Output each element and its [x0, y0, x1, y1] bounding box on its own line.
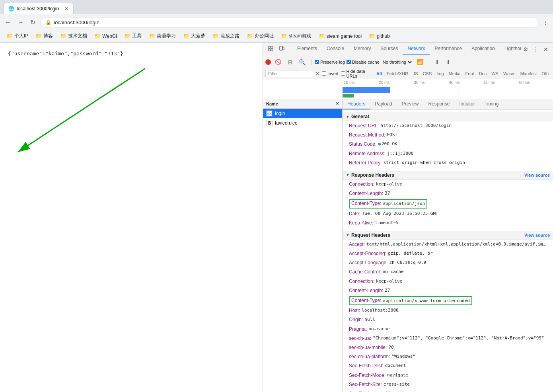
filter-button[interactable]: ⊟	[285, 57, 295, 67]
preserve-log-checkbox[interactable]	[315, 60, 319, 64]
inspect-element-button[interactable]	[265, 44, 276, 54]
tab-close-icon[interactable]: ✕	[64, 6, 68, 12]
close-devtools-button[interactable]: ✕	[541, 45, 551, 54]
preserve-log-text: Preserve log	[320, 60, 345, 64]
search-button[interactable]: 🔍	[296, 57, 308, 67]
remote-addr-value: [::1]:3000	[387, 150, 413, 158]
req-method-value: POST	[387, 131, 397, 139]
folder-icon: 📁	[124, 33, 130, 39]
throttle-select[interactable]: No throttling	[381, 59, 413, 65]
tab-network[interactable]: Network	[403, 43, 430, 55]
bookmark-label: 流放之路	[220, 33, 240, 39]
bookmark-office[interactable]: 📁 办公网址	[243, 31, 277, 41]
extensions-button[interactable]: ⋮	[541, 18, 550, 27]
folder-icon: 📁	[319, 33, 325, 39]
req-accept-row: Accept: text/html,application/xhtml+xml,…	[343, 240, 553, 249]
browser-tab[interactable]: 🌐 localhost:3000/login ✕	[3, 3, 74, 14]
disable-cache-checkbox[interactable]	[347, 60, 351, 64]
req-sec-ch-ua-platform-value: "Windows"	[391, 353, 415, 361]
bookmark-webgl[interactable]: 📁 WebGl	[91, 32, 120, 40]
response-headers-view-source[interactable]: View source	[524, 173, 550, 177]
file-item-favicon[interactable]: 🖼 favicon.ico	[263, 118, 342, 128]
filter-font[interactable]: Font	[463, 71, 476, 76]
bookmark-label: 英语学习	[157, 33, 176, 39]
bookmark-steam[interactable]: 📁 steam游戏	[278, 31, 315, 41]
req-cache-control-key: Cache-Control:	[349, 268, 381, 276]
bookmark-github[interactable]: 📁 github	[366, 32, 393, 40]
resp-content-type-key: Content-Type:	[351, 200, 381, 207]
import-har-button[interactable]: ⬆	[432, 57, 442, 67]
detail-tab-response[interactable]: Response	[423, 99, 454, 109]
tab-performance[interactable]: Performance	[430, 43, 467, 55]
close-detail-icon[interactable]: ✕	[335, 101, 339, 106]
folder-icon: 📁	[212, 33, 219, 39]
tl-20ms: 20 ms	[378, 80, 413, 85]
request-headers-view-source[interactable]: View source	[524, 233, 550, 238]
filter-img[interactable]: Img	[434, 71, 446, 76]
folder-icon: 📁	[94, 33, 101, 39]
settings-button[interactable]: ⚙	[521, 45, 531, 54]
bookmark-label: steam game tool	[327, 33, 362, 39]
req-cache-control-value: no-cache	[383, 268, 404, 276]
req-method-key: Request Method:	[349, 131, 385, 139]
bookmark-boke[interactable]: 📁 博客	[32, 31, 56, 41]
detail-tab-preview[interactable]: Preview	[397, 99, 424, 109]
response-headers-section-header[interactable]: ▼ Response Headers View source	[343, 171, 553, 180]
req-accept-encoding-value: gzip, deflate, br	[388, 250, 433, 257]
filter-input[interactable]	[265, 70, 313, 77]
address-text: localhost:3000/login	[54, 20, 99, 25]
filter-fetch-xhr[interactable]: Fetch/XHR	[385, 71, 410, 76]
reload-button[interactable]: ↻	[29, 17, 37, 28]
invert-checkbox[interactable]	[322, 71, 326, 76]
general-section-header[interactable]: ▼ General	[343, 112, 553, 121]
svg-rect-4	[271, 46, 273, 48]
back-button[interactable]: ←	[3, 17, 13, 27]
bookmark-gerenip[interactable]: 📁 个人IP	[3, 31, 31, 41]
tab-memory[interactable]: Memory	[349, 43, 376, 55]
filter-js[interactable]: JS	[411, 71, 420, 76]
tab-console[interactable]: Console	[322, 43, 349, 55]
bookmark-steamtool[interactable]: 📁 steam game tool	[315, 32, 365, 40]
devtools-side-icons	[263, 44, 289, 54]
file-item-login[interactable]: DOC login	[263, 109, 342, 118]
more-tools-button[interactable]: ⋮	[531, 45, 541, 54]
export-har-button[interactable]: ⬇	[444, 57, 453, 67]
file-name-login: login	[275, 111, 285, 116]
disable-cache-text: Disable cache	[352, 60, 380, 64]
hide-data-urls-checkbox[interactable]	[341, 71, 345, 76]
bookmark-daboluo[interactable]: 📁 大菠萝	[180, 31, 208, 41]
bookmark-tools[interactable]: 📁 工具	[121, 31, 145, 41]
filter-wasm[interactable]: Wasm	[501, 71, 518, 76]
detail-tab-initiator[interactable]: Initiator	[454, 99, 479, 109]
filter-manifest[interactable]: Manifest	[518, 71, 539, 76]
clear-button[interactable]: 🚫	[273, 57, 284, 66]
record-button[interactable]	[265, 59, 271, 65]
detail-tab-timing[interactable]: Timing	[480, 99, 504, 109]
filter-ws[interactable]: WS	[489, 71, 500, 76]
device-toolbar-button[interactable]	[276, 44, 287, 54]
folder-icon: 📁	[281, 33, 287, 39]
detail-tab-headers[interactable]: Headers	[343, 99, 370, 109]
bookmark-liufangzhilu[interactable]: 📁 流放之路	[209, 31, 243, 41]
address-bar[interactable]: 🔒 localhost:3000/login	[40, 17, 538, 28]
tab-sources[interactable]: Sources	[376, 43, 403, 55]
tab-elements[interactable]: Elements	[292, 43, 322, 55]
filter-all[interactable]: All	[374, 71, 384, 76]
req-sec-fetch-mode-value: navigate	[387, 372, 408, 379]
filter-other[interactable]: Oth	[539, 71, 551, 76]
request-headers-section-header[interactable]: ▼ Request Headers View source	[343, 231, 553, 240]
detail-tab-payload[interactable]: Payload	[370, 99, 397, 109]
filter-css[interactable]: CSS	[421, 71, 434, 76]
req-content-length-row: Content-Length: 27	[343, 286, 553, 295]
forward-button[interactable]: →	[16, 17, 25, 27]
bookmark-jishuwenzhang[interactable]: 📁 技术文档	[57, 31, 90, 41]
tab-application[interactable]: Application	[467, 43, 500, 55]
tl-30ms: 30 ms	[413, 80, 448, 85]
filter-doc[interactable]: Doc	[477, 71, 489, 76]
x-close-filter[interactable]: ✕	[315, 71, 319, 76]
filter-media[interactable]: Media	[447, 71, 463, 76]
req-pragma-row: Pragma: no-cache	[343, 325, 553, 334]
wifi-conditions-button[interactable]: 📶	[415, 57, 426, 66]
bookmark-english[interactable]: 📁 英语学习	[146, 31, 179, 41]
tab-lighthouse[interactable]: Lighthouse	[500, 43, 521, 55]
